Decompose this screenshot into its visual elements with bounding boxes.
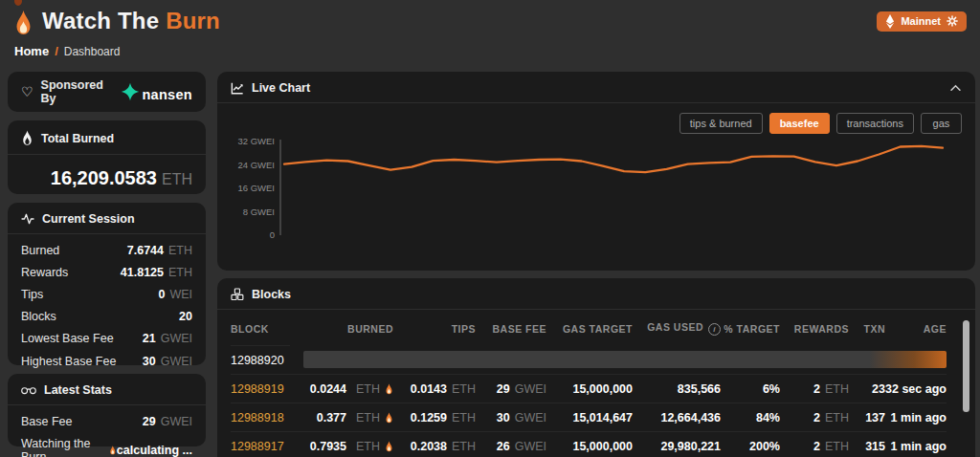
gas-target-cell: 15,000,000 bbox=[546, 431, 633, 457]
gas-used-cell: 29,980,221 bbox=[633, 431, 721, 457]
rewards-cell: 2ETH bbox=[780, 431, 849, 457]
flame-outline-icon bbox=[21, 130, 33, 146]
mainnet-button[interactable]: Mainnet bbox=[877, 11, 967, 32]
pct-target-cell: 6% bbox=[721, 374, 780, 403]
live-chart-title: Live Chart bbox=[252, 81, 310, 95]
glasses-icon bbox=[21, 385, 36, 395]
gas-target-cell: 15,000,000 bbox=[546, 374, 633, 403]
rewards-cell: 2ETH bbox=[780, 403, 849, 431]
flame-icon bbox=[385, 412, 393, 424]
block-link[interactable]: 12988918 bbox=[231, 403, 290, 431]
base-fee-cell: 26GWEI bbox=[476, 431, 546, 457]
pct-target-cell: 200% bbox=[721, 431, 780, 457]
stat-row-highest-basefee: Highest Base Fee 30GWEI bbox=[21, 350, 192, 372]
latest-stats-title: Latest Stats bbox=[44, 383, 112, 397]
ethereum-icon bbox=[885, 14, 895, 29]
age-cell: 32 sec ago bbox=[885, 374, 947, 403]
flame-icon bbox=[109, 445, 117, 456]
mainnet-label: Mainnet bbox=[901, 15, 941, 27]
col-age: AGE bbox=[885, 312, 947, 344]
collapse-chevron-icon[interactable] bbox=[949, 84, 962, 92]
sponsored-card: ♡ Sponsored By nansen bbox=[8, 72, 206, 112]
gas-used-cell: 835,566 bbox=[633, 374, 721, 403]
txn-cell: 315 bbox=[849, 431, 885, 457]
chart-tab-transactions[interactable]: transactions bbox=[836, 113, 914, 134]
chart-tab-group: tips & burned basefee transactions gas bbox=[231, 113, 962, 134]
tips-cell: 0.1259ETH bbox=[393, 403, 476, 431]
breadcrumb-home[interactable]: Home bbox=[14, 44, 49, 58]
total-burned-value: 16,209.0583ETH bbox=[21, 167, 192, 189]
blocks-table: BLOCK BURNED TIPS BASE FEE GAS TARGET GA… bbox=[231, 310, 962, 457]
total-burned-card: Total Burned 16,209.0583ETH bbox=[8, 120, 206, 194]
pct-target-cell: 84% bbox=[721, 403, 780, 431]
live-chart-card: Live Chart tips & burned basefee transac… bbox=[217, 72, 975, 271]
heart-icon: ♡ bbox=[21, 85, 33, 98]
scrollbar-thumb[interactable] bbox=[963, 320, 969, 412]
pulse-icon bbox=[21, 213, 34, 225]
top-flame-icon bbox=[12, 0, 24, 7]
block-link[interactable]: 12988919 bbox=[231, 374, 290, 403]
blocks-icon bbox=[231, 288, 244, 301]
chart-tab-tips-burned[interactable]: tips & burned bbox=[679, 113, 763, 134]
y-axis-tick: 0 bbox=[270, 229, 275, 240]
burned-cell: 0.7935ETH bbox=[290, 431, 393, 457]
page-title: Watch The Burn bbox=[42, 8, 220, 34]
pending-block-number: 12988920 bbox=[231, 345, 290, 374]
stat-row-rewards: Rewards 41.8125ETH bbox=[21, 261, 192, 283]
current-session-title: Current Session bbox=[42, 212, 135, 226]
tips-cell: 0.2038ETH bbox=[393, 431, 476, 457]
blocks-title: Blocks bbox=[252, 288, 291, 301]
stat-row-lowest-basefee: Lowest Base Fee 21GWEI bbox=[21, 328, 192, 350]
nansen-wordmark: nansen bbox=[142, 87, 192, 102]
age-cell: 1 min ago bbox=[885, 431, 947, 457]
col-tips: TIPS bbox=[393, 312, 476, 344]
txn-cell: 137 bbox=[849, 403, 885, 431]
nansen-logo[interactable]: nansen bbox=[120, 81, 192, 102]
main-content: Live Chart tips & burned basefee transac… bbox=[217, 72, 975, 457]
gas-used-cell: 12,664,436 bbox=[633, 403, 721, 431]
latest-stats-card: Latest Stats Base Fee 29GWEI Watching th… bbox=[8, 374, 206, 446]
rewards-cell: 2ETH bbox=[780, 374, 849, 403]
total-burned-unit: ETH bbox=[162, 171, 192, 187]
y-axis-tick: 8 GWEI bbox=[243, 207, 275, 217]
col-pct-target: % TARGET bbox=[721, 312, 780, 344]
flame-logo-icon bbox=[13, 10, 33, 36]
chart-tab-basefee[interactable]: basefee bbox=[769, 113, 830, 134]
tips-cell: 0.0143ETH bbox=[393, 374, 476, 403]
col-burned: BURNED bbox=[290, 312, 393, 344]
chart-tab-gas[interactable]: gas bbox=[921, 113, 962, 134]
blocks-card: Blocks BLOCK BURNED TIPS BASE FEE GAS TA… bbox=[217, 278, 975, 457]
chart-icon bbox=[231, 82, 244, 95]
current-session-card: Current Session Burned 7.6744ETH Rewards… bbox=[8, 203, 206, 365]
gas-target-cell: 15,014,647 bbox=[546, 403, 633, 431]
breadcrumb: Home / Dashboard bbox=[14, 44, 120, 58]
nansen-star-icon bbox=[120, 81, 141, 102]
flame-icon bbox=[385, 441, 393, 452]
stat-row-blocks: Blocks 20 bbox=[21, 306, 192, 328]
flame-icon bbox=[385, 383, 393, 395]
base-fee-cell: 29GWEI bbox=[476, 374, 546, 403]
txn-cell: 23 bbox=[849, 374, 885, 403]
burned-cell: 0.377ETH bbox=[290, 403, 393, 431]
stat-row-burned: Burned 7.6744ETH bbox=[21, 239, 192, 261]
gear-icon bbox=[947, 15, 958, 27]
burned-cell: 0.0244ETH bbox=[290, 374, 393, 403]
col-block: BLOCK bbox=[231, 312, 290, 344]
age-cell: 1 min ago bbox=[885, 403, 947, 431]
basefee-series-line bbox=[284, 146, 943, 172]
y-axis-tick: 24 GWEI bbox=[237, 160, 275, 170]
col-base-fee: BASE FEE bbox=[476, 312, 546, 344]
y-axis-tick: 16 GWEI bbox=[237, 183, 275, 193]
stat-row-watching: Watching the Burn calculating ... bbox=[21, 432, 192, 457]
col-gas-used: GAS USEDi bbox=[633, 310, 721, 345]
col-txn: TXN bbox=[849, 312, 885, 344]
block-link[interactable]: 12988917 bbox=[231, 431, 290, 457]
breadcrumb-current: Dashboard bbox=[64, 45, 121, 58]
breadcrumb-separator: / bbox=[55, 44, 58, 58]
total-burned-title: Total Burned bbox=[41, 132, 114, 145]
col-rewards: REWARDS bbox=[780, 312, 849, 344]
y-axis-tick: 32 GWEI bbox=[237, 136, 275, 146]
info-icon[interactable]: i bbox=[708, 323, 721, 336]
basefee-line-chart: 32 GWEI24 GWEI16 GWEI8 GWEI0 bbox=[231, 136, 958, 246]
pending-progress-bar bbox=[303, 351, 947, 368]
